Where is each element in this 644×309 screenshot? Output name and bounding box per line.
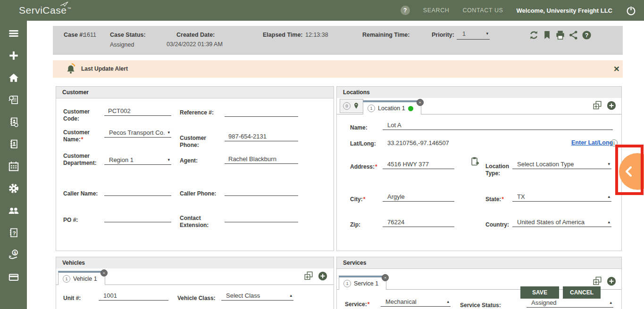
settings-icon[interactable] — [8, 182, 20, 195]
search-link[interactable]: SEARCH — [423, 7, 450, 14]
bookmark-icon[interactable] — [542, 30, 552, 41]
zip-input[interactable]: 76224 — [383, 218, 454, 227]
payment-card-icon[interactable] — [8, 271, 20, 283]
contact-extension-input[interactable] — [225, 213, 298, 222]
remaining-time-label: Remaining Time: — [362, 32, 410, 38]
vehicles-actions — [303, 271, 328, 281]
location-type-label: Location Type: — [485, 163, 513, 177]
copy-address-icon[interactable] — [470, 156, 479, 167]
svg-text:?: ? — [585, 32, 589, 39]
priority-label: Priority: — [432, 32, 454, 38]
chevron-up-icon — [608, 194, 610, 199]
users-icon[interactable] — [8, 204, 20, 217]
created-date-value: 03/24/2022 01:39 AM — [167, 41, 223, 48]
country-select[interactable]: United States of America — [512, 218, 611, 227]
contacts-sync-icon[interactable] — [8, 116, 20, 128]
address-input[interactable]: 4516 HWY 377 — [383, 160, 454, 169]
case-help-icon[interactable]: ? — [8, 227, 20, 239]
service-tab-1[interactable]: 1 Service 1 — [339, 276, 386, 290]
close-tab-icon[interactable] — [100, 269, 108, 276]
contacts-icon[interactable] — [8, 138, 20, 150]
agent-input[interactable]: Rachel Blackburn — [225, 154, 298, 164]
calendar-icon[interactable] — [8, 160, 20, 172]
close-tab-icon[interactable] — [417, 99, 424, 106]
add-icon[interactable] — [318, 271, 328, 281]
top-bar: ServiCase™ SEARCH CONTACT US Welcome, Un… — [0, 0, 644, 21]
share-icon[interactable] — [568, 30, 579, 41]
duplicate-icon[interactable] — [592, 276, 602, 286]
add-icon[interactable] — [606, 100, 617, 111]
add-icon[interactable] — [606, 276, 617, 286]
add-case-icon[interactable] — [8, 49, 20, 62]
chevron-down-icon — [608, 162, 610, 166]
save-button[interactable]: SAVE — [520, 286, 559, 299]
service-label: Service:* — [345, 301, 380, 308]
side-panel-toggle-button[interactable] — [619, 153, 644, 190]
case-search-icon[interactable] — [8, 94, 20, 106]
location-type-select[interactable]: Select Location Type — [512, 160, 611, 169]
tab-label: Location 1 — [378, 105, 405, 112]
reference-input[interactable] — [225, 107, 298, 117]
alert-message: Last Update Alert — [81, 65, 128, 72]
service-select[interactable]: Mechanical — [381, 297, 451, 307]
required-asterisk: * — [368, 301, 370, 308]
latlong-value: 33.210756,-97.146507 — [387, 139, 449, 146]
unit-number-input[interactable]: 1001 — [99, 291, 168, 301]
customer-department-select[interactable]: Region 1 — [104, 155, 171, 165]
customer-code-input[interactable]: PCT002 — [104, 106, 171, 116]
state-select[interactable]: TX — [512, 192, 611, 202]
info-icon[interactable] — [611, 139, 618, 146]
paper-plane-icon — [60, 1, 68, 7]
location-name-label: Name: — [350, 124, 378, 131]
vehicles-tabbar: 1 Vehicle 1 — [56, 268, 334, 285]
customer-name-select[interactable]: Pecos Transport Co. — [104, 128, 171, 138]
latlong-label: Lat/Long: — [350, 140, 379, 147]
location-tab-1[interactable]: 1 Location 1 — [363, 100, 421, 114]
power-icon[interactable] — [626, 5, 636, 16]
contact-us-link[interactable]: CONTACT US — [462, 7, 503, 14]
service-status-select[interactable]: Assigned — [527, 298, 613, 308]
state-label: State:* — [485, 196, 514, 203]
duplicate-icon[interactable] — [303, 271, 314, 281]
welcome-user[interactable]: Welcome, University Freight LLC — [517, 7, 612, 14]
print-icon[interactable] — [555, 30, 566, 41]
caller-name-input[interactable] — [104, 187, 171, 196]
sidebar-nav: ? $ — [0, 21, 27, 309]
city-label: City:* — [350, 196, 379, 203]
chevron-down-icon — [167, 130, 170, 135]
case-number-value: 1611 — [84, 32, 96, 38]
close-tab-icon[interactable] — [382, 274, 389, 281]
servicase-logo[interactable]: ServiCase™ — [19, 5, 71, 16]
customer-phone-input[interactable]: 987-654-2131 — [225, 132, 298, 141]
vehicle-tab-1[interactable]: 1 Vehicle 1 — [58, 271, 105, 285]
enter-latlong-link[interactable]: Enter Lat/Long — [571, 139, 613, 146]
case-status-label: Case Status: — [110, 32, 146, 38]
tab-label: Vehicle 1 — [73, 276, 97, 282]
help-circle-icon[interactable] — [401, 6, 410, 15]
priority-select[interactable]: 1 — [457, 30, 490, 40]
chevron-up-icon — [610, 300, 612, 305]
tab-number: 1 — [63, 275, 70, 283]
po-number-input[interactable] — [104, 213, 171, 222]
case-toolbar: ? — [528, 30, 592, 41]
close-icon[interactable] — [611, 64, 622, 74]
svg-text:?: ? — [12, 230, 16, 236]
city-input[interactable]: Argyle — [383, 192, 454, 202]
cancel-button[interactable]: CANCEL — [563, 286, 601, 299]
duplicate-icon[interactable] — [592, 100, 602, 111]
top-nav: SEARCH CONTACT US Welcome, University Fr… — [401, 0, 636, 21]
customer-phone-label: Customer Phone: — [180, 135, 221, 149]
caller-phone-input[interactable] — [225, 187, 298, 196]
billing-icon[interactable]: $ — [8, 249, 20, 261]
refresh-icon[interactable] — [528, 30, 539, 41]
customer-panel: Customer Customer Code: PCT002 Reference… — [56, 86, 334, 251]
locations-panel: Locations 0 1 Location 1 Name: Lot A Lat… — [336, 86, 622, 251]
zip-label: Zip: — [350, 221, 379, 228]
alert-bar: Last Update Alert — [53, 60, 623, 78]
home-icon[interactable] — [8, 72, 20, 84]
help-icon[interactable]: ? — [581, 30, 592, 41]
menu-icon[interactable] — [8, 27, 20, 40]
locations-map-tab[interactable]: 0 — [340, 99, 363, 113]
vehicle-class-select[interactable]: Select Class — [221, 291, 293, 301]
location-name-input[interactable]: Lot A — [383, 121, 613, 130]
